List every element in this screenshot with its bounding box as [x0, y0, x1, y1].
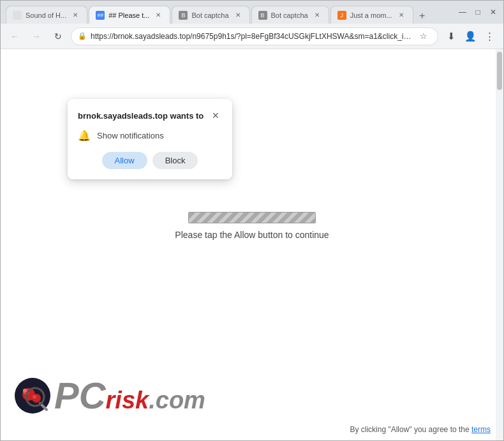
tab-1-close[interactable]: ✕	[70, 10, 80, 20]
content-area: brnok.sayadsleads.top wants to ✕ 🔔 Show …	[1, 49, 503, 440]
address-bar[interactable]: 🔒 https://brnok.sayadsleads.top/n9675p9h…	[71, 27, 438, 45]
popup-permission-row: 🔔 Show notifications	[78, 130, 222, 142]
tab-5-favicon: J	[337, 11, 346, 20]
new-tab-button[interactable]: +	[415, 8, 430, 24]
disclaimer-link[interactable]: terms	[471, 425, 491, 434]
browser-window: Sound of H... ✕ ## ## Please t... ✕ B Bo…	[0, 0, 504, 441]
disclaimer-text: By clicking "Allow" you agree to the	[350, 425, 469, 434]
window-controls: — □ ✕	[457, 7, 498, 17]
tabs-area: Sound of H... ✕ ## ## Please t... ✕ B Bo…	[6, 1, 457, 24]
pc-logo-risk: risk	[106, 388, 149, 412]
url-text: https://brnok.sayadsleads.top/n9675p9h1s…	[91, 32, 412, 41]
scrollbar[interactable]	[496, 49, 503, 440]
tab-3-favicon: B	[179, 11, 188, 20]
bell-icon: 🔔	[78, 130, 91, 142]
page-instruction: Please tap the Allow button to continue	[175, 230, 329, 240]
back-button[interactable]: ←	[6, 27, 24, 45]
profile-icon[interactable]: 👤	[461, 27, 479, 45]
tab-1-title: Sound of H...	[26, 11, 66, 19]
tab-4-title: Bot captcha	[271, 11, 308, 19]
minimize-button[interactable]: —	[457, 7, 468, 17]
bookmark-button[interactable]: ☆	[416, 29, 431, 44]
tab-5-close[interactable]: ✕	[396, 10, 406, 20]
tab-2-favicon: ##	[96, 11, 105, 20]
tab-5[interactable]: J Just a mom... ✕	[330, 6, 413, 24]
tab-1[interactable]: Sound of H... ✕	[6, 6, 87, 24]
tab-3[interactable]: B Bot captcha ✕	[172, 6, 249, 24]
forward-button[interactable]: →	[27, 27, 45, 45]
tab-3-title: Bot captcha	[191, 11, 228, 19]
title-bar: Sound of H... ✕ ## ## Please t... ✕ B Bo…	[1, 1, 503, 24]
lock-icon: 🔒	[78, 32, 87, 40]
bottom-disclaimer: By clicking "Allow" you agree to the ter…	[350, 425, 491, 434]
popup-header: brnok.sayadsleads.top wants to ✕	[78, 109, 222, 122]
maximize-button[interactable]: □	[473, 7, 483, 17]
tab-4-close[interactable]: ✕	[312, 10, 322, 20]
popup-domain: brnok.sayadsleads.top	[78, 111, 168, 121]
tab-4[interactable]: B Bot captcha ✕	[251, 6, 329, 24]
block-button[interactable]: Block	[152, 152, 198, 169]
scroll-thumb[interactable]	[497, 52, 502, 90]
menu-icon[interactable]: ⋮	[480, 27, 498, 45]
pc-logo-dotcom: .com	[149, 388, 205, 412]
tab-2-title: ## Please t...	[108, 11, 149, 19]
popup-wants-label: wants to	[170, 111, 204, 121]
pc-risk-logo-text: PC risk .com	[54, 377, 205, 414]
tab-4-favicon: B	[258, 11, 267, 20]
address-bar-row: ← → ↻ 🔒 https://brnok.sayadsleads.top/n9…	[1, 24, 503, 49]
toolbar-icons: ⬇ 👤 ⋮	[442, 27, 498, 45]
download-icon[interactable]: ⬇	[442, 27, 460, 45]
bottom-logo: PC risk .com	[13, 377, 205, 415]
popup-title: brnok.sayadsleads.top wants to	[78, 111, 204, 121]
pc-risk-icon	[13, 377, 52, 415]
svg-point-3	[23, 389, 27, 392]
tab-5-title: Just a mom...	[350, 11, 392, 19]
popup-permission-text: Show notifications	[97, 131, 164, 140]
progress-bar	[188, 212, 316, 223]
reload-button[interactable]: ↻	[49, 27, 67, 45]
progress-bar-container	[188, 212, 316, 223]
pc-logo-pc: PC	[54, 377, 106, 414]
tab-3-close[interactable]: ✕	[233, 10, 243, 20]
popup-close-button[interactable]: ✕	[209, 109, 222, 122]
allow-button[interactable]: Allow	[102, 152, 147, 169]
svg-point-5	[33, 395, 36, 399]
notification-popup: brnok.sayadsleads.top wants to ✕ 🔔 Show …	[68, 99, 232, 179]
tab-2-close[interactable]: ✕	[153, 10, 163, 20]
tab-1-favicon	[13, 11, 22, 20]
tab-2[interactable]: ## ## Please t... ✕	[89, 6, 170, 24]
close-button[interactable]: ✕	[488, 7, 498, 17]
popup-buttons: Allow Block	[78, 152, 222, 169]
